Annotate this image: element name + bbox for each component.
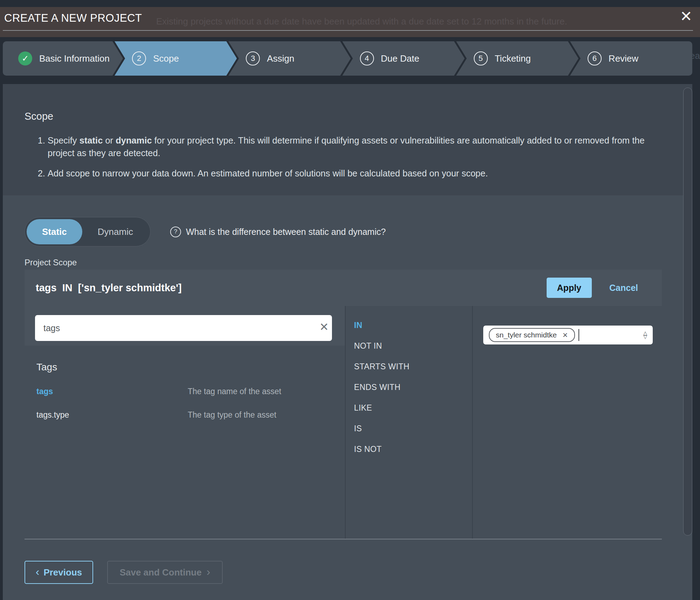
save-and-continue-button[interactable]: Save and Continue ›	[107, 561, 223, 584]
operator-ends-with[interactable]: ENDS WITH	[354, 383, 472, 392]
value-chip: sn_tyler schmidtke ✕	[489, 328, 575, 342]
section-heading: Scope	[25, 111, 650, 122]
operator-starts-with[interactable]: STARTS WITH	[354, 362, 472, 371]
step-label: Review	[609, 53, 638, 64]
chevron-right-icon: ›	[207, 566, 210, 577]
step-review[interactable]: 6 Review	[570, 41, 692, 76]
field-name: tags	[36, 387, 188, 396]
step-number: 3	[246, 51, 260, 65]
field-row-tags-type[interactable]: tags.type The tag type of the asset	[36, 410, 345, 420]
vertical-scrollbar[interactable]	[683, 88, 692, 536]
step-label: Basic Information	[39, 53, 110, 64]
step-number: 2	[132, 51, 146, 65]
cancel-button[interactable]: Cancel	[607, 282, 640, 293]
previous-button[interactable]: ‹ Previous	[25, 561, 93, 584]
background-notice-text: Existing projects without a due date hav…	[156, 16, 567, 27]
apply-button[interactable]: Apply	[547, 278, 592, 298]
wizard-stepper: ✓ Basic Information 2 Scope 3 Assign 4 D…	[3, 41, 692, 76]
step-number: 5	[474, 51, 488, 65]
close-icon[interactable]: ✕	[680, 9, 692, 24]
toggle-option-dynamic[interactable]: Dynamic	[82, 219, 148, 244]
step-basic-information[interactable]: ✓ Basic Information	[3, 41, 123, 76]
scope-expression: tags IN ['sn_tyler schmidtke']	[36, 282, 182, 294]
instruction-item-1: Specify static or dynamic for your proje…	[48, 134, 650, 159]
static-dynamic-help-link[interactable]: ? What is the difference between static …	[170, 226, 386, 237]
field-name: tags.type	[36, 410, 188, 420]
step-due-date[interactable]: 4 Due Date	[342, 41, 465, 76]
spinner-down-icon[interactable]: ▽	[643, 335, 647, 339]
step-complete-check-icon: ✓	[18, 51, 32, 65]
scope-builder-panel: ✕ Tags tags The tag name of the asset ta…	[25, 306, 662, 539]
chip-remove-icon[interactable]: ✕	[562, 331, 568, 339]
help-question-icon: ?	[170, 226, 181, 237]
field-column: ✕ Tags tags The tag name of the asset ta…	[25, 306, 345, 539]
operator-not-in[interactable]: NOT IN	[354, 341, 472, 351]
project-scope-label: Project Scope	[25, 258, 77, 267]
value-chip-text: sn_tyler schmidtke	[496, 331, 557, 339]
step-number: 6	[588, 51, 602, 65]
value-stepper[interactable]: △ ▽	[643, 331, 647, 339]
step-label: Ticketing	[495, 53, 531, 64]
instruction-item-2: Add scope to narrow your data down. An e…	[48, 167, 650, 180]
step-assign[interactable]: 3 Assign	[228, 41, 351, 76]
operator-column: IN NOT IN STARTS WITH ENDS WITH LIKE IS …	[345, 306, 472, 539]
step-label: Due Date	[381, 53, 420, 64]
field-description: The tag name of the asset	[188, 387, 281, 396]
scope-expression-bar: tags IN ['sn_tyler schmidtke'] Apply Can…	[25, 270, 662, 306]
operator-in[interactable]: IN	[354, 321, 472, 330]
field-group-title: Tags	[36, 362, 345, 373]
value-column: sn_tyler schmidtke ✕ △ ▽	[472, 306, 662, 539]
text-cursor	[578, 329, 579, 341]
modal-title-bar: CREATE A NEW PROJECT Existing projects w…	[0, 7, 700, 37]
step-ticketing[interactable]: 5 Ticketing	[456, 41, 578, 76]
static-dynamic-toggle: Static Dynamic	[25, 217, 151, 246]
field-search-input[interactable]	[35, 315, 332, 341]
step-number: 4	[360, 51, 374, 65]
operator-is-not[interactable]: IS NOT	[354, 445, 472, 454]
field-description: The tag type of the asset	[188, 410, 276, 420]
scope-instructions: Scope Specify static or dynamic for your…	[3, 84, 692, 195]
step-scope[interactable]: 2 Scope	[115, 41, 237, 76]
operator-like[interactable]: LIKE	[354, 403, 472, 413]
field-search-wrap: ✕	[25, 306, 345, 346]
modal-title: CREATE A NEW PROJECT	[4, 12, 142, 25]
titlebar-divider	[3, 30, 693, 31]
operator-is[interactable]: IS	[354, 424, 472, 433]
value-input[interactable]: sn_tyler schmidtke ✕ △ ▽	[483, 326, 653, 344]
help-text: What is the difference between static an…	[186, 227, 386, 237]
chevron-left-icon: ‹	[36, 566, 40, 577]
toggle-option-static[interactable]: Static	[27, 219, 82, 244]
clear-search-icon[interactable]: ✕	[319, 321, 329, 333]
modal-body: Scope Specify static or dynamic for your…	[3, 84, 692, 600]
field-row-tags[interactable]: tags The tag name of the asset	[36, 387, 345, 396]
step-label: Scope	[153, 53, 179, 64]
step-label: Assign	[267, 53, 294, 64]
